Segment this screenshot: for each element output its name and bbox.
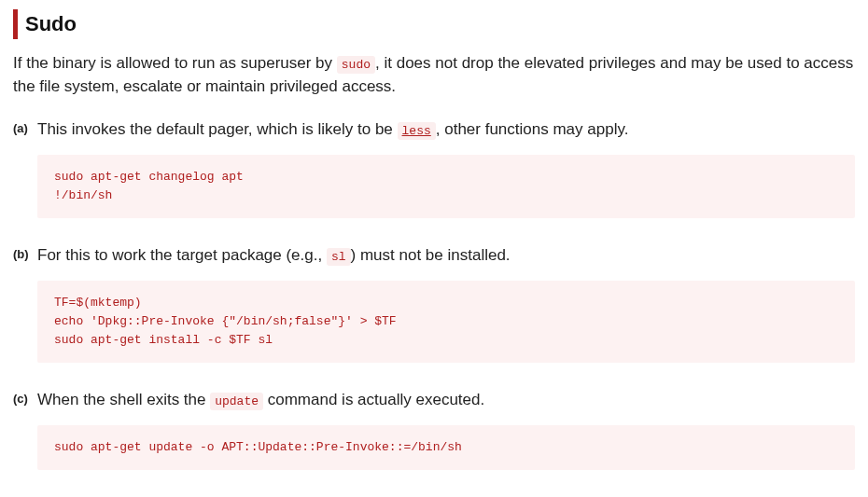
step-marker-a: (a): [13, 120, 28, 138]
step-a-text-pre: This invokes the default pager, which is…: [37, 120, 398, 138]
step-b-text-post: ) must not be installed.: [351, 246, 511, 264]
step-a: (a) This invokes the default pager, whic…: [37, 118, 855, 218]
step-b-text-pre: For this to work the target package (e.g…: [37, 246, 327, 264]
step-c-text-pre: When the shell exits the: [37, 391, 210, 408]
section-title: Sudo: [13, 9, 855, 39]
sudo-inline-code: sudo: [337, 56, 375, 74]
step-c-text-post: command is actually executed.: [263, 391, 484, 408]
step-c-description: When the shell exits the update command …: [37, 389, 855, 412]
step-marker-b: (b): [13, 246, 29, 264]
step-b: (b) For this to work the target package …: [37, 244, 855, 363]
section-intro: If the binary is allowed to run as super…: [13, 52, 855, 98]
intro-text-pre: If the binary is allowed to run as super…: [13, 54, 337, 72]
step-a-description: This invokes the default pager, which is…: [37, 118, 855, 142]
step-c-codeblock[interactable]: sudo apt-get update -o APT::Update::Pre-…: [37, 425, 855, 470]
step-marker-c: (c): [13, 391, 28, 408]
less-link[interactable]: less: [398, 122, 436, 140]
steps-list: (a) This invokes the default pager, whic…: [13, 118, 855, 470]
step-c: (c) When the shell exits the update comm…: [37, 389, 855, 470]
step-a-text-post: , other functions may apply.: [436, 120, 629, 138]
update-inline-code: update: [210, 393, 263, 410]
step-b-description: For this to work the target package (e.g…: [37, 244, 855, 268]
sl-inline-code: sl: [327, 248, 351, 266]
step-b-codeblock[interactable]: TF=$(mktemp) echo 'Dpkg::Pre-Invoke {"/b…: [37, 281, 855, 363]
step-a-codeblock[interactable]: sudo apt-get changelog apt !/bin/sh: [37, 155, 855, 218]
